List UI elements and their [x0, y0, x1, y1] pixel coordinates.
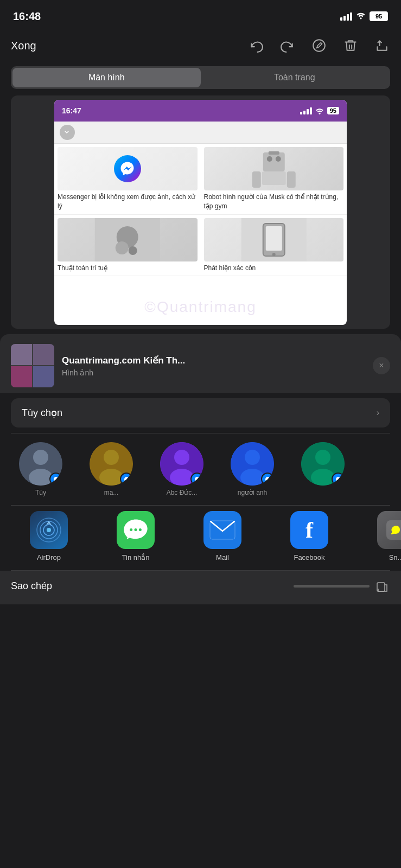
status-time: 16:48	[13, 10, 41, 23]
news-thumb-3	[58, 218, 198, 261]
svg-point-13	[129, 246, 137, 255]
contact-item-3[interactable]: Abc Đức...	[147, 442, 217, 496]
share-button[interactable]	[374, 37, 390, 54]
status-icons: 95	[340, 11, 388, 22]
news-thumb-1	[58, 147, 198, 190]
mail-share-item[interactable]: Mail	[179, 511, 266, 561]
news-thumb-4	[204, 218, 344, 261]
contact-badge-4	[261, 473, 274, 486]
airdrop-icon	[30, 511, 68, 549]
browser-time: 16:47	[62, 106, 81, 115]
messages-share-item[interactable]: Tin nhắn	[92, 511, 179, 561]
segment-screen[interactable]: Màn hình	[12, 68, 201, 87]
news-item-4: Phát hiện xác côn	[201, 215, 347, 277]
redo-button[interactable]	[279, 37, 296, 54]
share-close-button[interactable]: ×	[373, 357, 390, 374]
svg-point-12	[116, 241, 129, 254]
svg-point-5	[266, 156, 272, 162]
contact-item-4[interactable]: người anh	[217, 442, 288, 496]
more-share-item[interactable]: Sn...	[353, 511, 401, 561]
contact-avatar-5	[301, 442, 345, 486]
news-item-3: Thuật toán trí tuệ	[54, 215, 201, 277]
copy-button[interactable]: Sao chép	[11, 580, 52, 592]
svg-point-0	[360, 17, 361, 19]
mail-icon	[203, 511, 241, 549]
svg-point-6	[275, 156, 281, 162]
undo-button[interactable]	[248, 37, 264, 54]
svg-point-31	[315, 450, 330, 465]
svg-point-19	[33, 450, 48, 465]
share-header: Quantrimang.com Kiến Th... Hình ảnh ×	[0, 334, 401, 393]
markup-button[interactable]	[311, 37, 327, 54]
done-button[interactable]: Xong	[11, 40, 36, 52]
contact-item-5[interactable]	[288, 442, 358, 496]
battery-icon: 95	[370, 11, 388, 21]
options-chevron-icon: ›	[377, 408, 379, 418]
share-info: Quantrimang.com Kiến Th... Hình ảnh	[62, 355, 365, 377]
share-subtitle: Hình ảnh	[62, 368, 365, 377]
messages-icon	[117, 511, 155, 549]
svg-point-2	[319, 113, 320, 114]
browser-preview: 16:47 95	[54, 100, 347, 325]
news-grid: Messenger bị lỗi không xem được ảnh, các…	[54, 144, 347, 276]
contact-badge-2	[120, 473, 133, 486]
airdrop-label: AirDrop	[37, 553, 61, 561]
share-action-icon[interactable]	[375, 578, 390, 593]
airdrop-share-item[interactable]: AirDrop	[5, 511, 92, 561]
browser-signal	[300, 107, 312, 114]
svg-rect-7	[262, 171, 285, 185]
contact-avatar-4	[231, 442, 274, 486]
contact-item-1[interactable]: Tùy	[5, 442, 76, 496]
svg-point-25	[174, 450, 189, 465]
svg-point-37	[130, 528, 132, 531]
news-thumb-2	[204, 147, 344, 190]
news-title-4: Phát hiện xác côn	[204, 264, 344, 273]
svg-rect-9	[287, 171, 295, 188]
svg-point-1	[313, 40, 325, 52]
svg-point-36	[47, 528, 51, 532]
share-title: Quantrimang.com Kiến Th...	[62, 355, 365, 366]
contacts-row: Tùy ma...	[0, 433, 401, 505]
trash-button[interactable]	[342, 37, 359, 54]
toolbar: Xong	[0, 29, 401, 62]
facebook-share-item[interactable]: f Facebook	[266, 511, 353, 561]
contact-avatar-2	[90, 442, 133, 486]
app-share-row: AirDrop Tin nhắn Mail	[0, 506, 401, 570]
svg-rect-3	[263, 152, 284, 171]
svg-point-28	[245, 450, 260, 465]
more-label: Sn...	[389, 553, 401, 561]
browser-battery: 95	[327, 107, 339, 114]
more-icon	[377, 511, 401, 549]
contact-name-3: Abc Đức...	[167, 489, 198, 496]
options-button[interactable]: Tùy chọn ›	[11, 398, 390, 427]
contact-item-2[interactable]: ma...	[76, 442, 147, 496]
facebook-f-icon: f	[305, 519, 313, 541]
contact-badge-5	[332, 473, 345, 486]
browser-statusbar: 16:47 95	[54, 100, 347, 122]
contact-badge-3	[190, 473, 203, 486]
options-label: Tùy chọn	[22, 407, 62, 419]
contact-name-2: ma...	[104, 489, 119, 496]
toolbar-icons	[248, 37, 390, 54]
contact-badge-1	[49, 473, 62, 486]
mail-label: Mail	[216, 553, 229, 561]
segment-fullpage[interactable]: Toàn trang	[201, 68, 389, 87]
news-item-2: Robot hình người của Musk có thể nhặt tr…	[201, 144, 347, 215]
news-item-1: Messenger bị lỗi không xem được ảnh, các…	[54, 144, 201, 215]
news-title-3: Thuật toán trí tuệ	[58, 264, 198, 273]
contact-name-1: Tùy	[35, 489, 46, 496]
contact-avatar-1	[19, 442, 62, 486]
share-sheet: Quantrimang.com Kiến Th... Hình ảnh × Tù…	[0, 334, 401, 604]
bottom-bar: Sao chép	[0, 571, 401, 604]
browser-status-icons: 95	[300, 107, 339, 114]
status-bar: 16:48 95	[0, 0, 401, 29]
preview-area: 16:47 95	[11, 95, 390, 329]
segment-control: Màn hình Toàn trang	[11, 66, 390, 89]
signal-icon	[340, 12, 352, 21]
messenger-icon	[114, 155, 141, 182]
svg-rect-4	[268, 151, 279, 155]
svg-rect-8	[252, 171, 260, 188]
messages-label: Tin nhắn	[122, 553, 150, 561]
facebook-label: Facebook	[294, 553, 324, 561]
svg-point-38	[135, 528, 137, 531]
